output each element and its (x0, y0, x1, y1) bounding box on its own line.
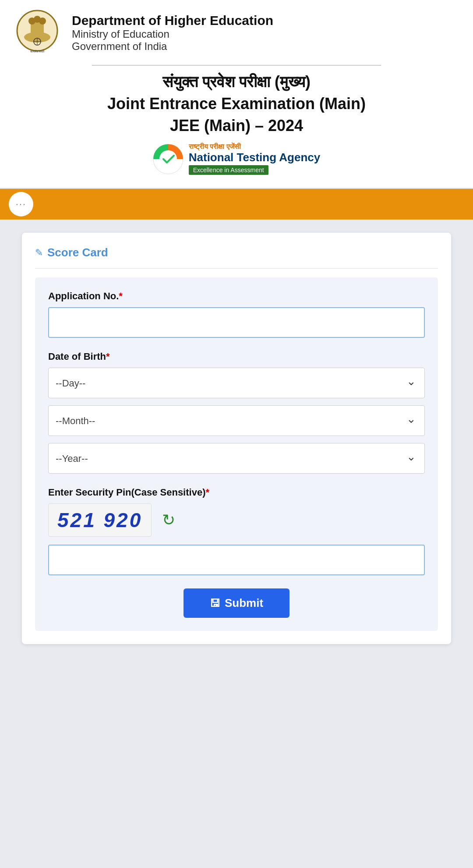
dob-group: Date of Birth* --Day-- --Month-- --Year-… (48, 351, 425, 474)
main-content: ✎ Score Card Application No.* Date of Bi… (0, 220, 473, 657)
nta-logo: राष्ट्रीय परीक्षा एजेंसी National Testin… (153, 143, 321, 175)
dob-label: Date of Birth* (48, 351, 425, 362)
month-select[interactable]: --Month-- (48, 405, 425, 436)
submit-area: 🖫 Submit (48, 588, 425, 618)
application-no-group: Application No.* (48, 291, 425, 338)
nta-tagline-text: Excellence in Assessment (189, 165, 268, 175)
submit-button[interactable]: 🖫 Submit (184, 588, 289, 618)
captcha-image: 521 920 (48, 503, 152, 537)
government-emblem: सत्यमेव जयते (13, 9, 61, 57)
required-star-pin: * (205, 487, 209, 498)
nta-text-block: राष्ट्रीय परीक्षा एजेंसी National Testin… (189, 143, 321, 175)
application-no-input[interactable] (48, 307, 425, 338)
svg-point-5 (34, 16, 41, 23)
score-card-icon: ✎ (35, 247, 43, 259)
refresh-captcha-icon[interactable]: ↻ (162, 511, 175, 529)
year-select[interactable]: --Year-- (48, 443, 425, 474)
score-card-container: ✎ Score Card Application No.* Date of Bi… (22, 233, 451, 644)
score-card-title: Score Card (47, 246, 108, 259)
form-section: Application No.* Date of Birth* --Day-- … (35, 277, 438, 631)
header-divider (92, 65, 381, 66)
security-pin-group: Enter Security Pin(Case Sensitive)* 521 … (48, 487, 425, 575)
ministry-name-text: Ministry of Education (72, 28, 273, 40)
application-no-label: Application No.* (48, 291, 425, 302)
page-header: सत्यमेव जयते Department of Higher Educat… (0, 0, 473, 189)
required-star-app: * (119, 291, 123, 301)
submit-icon: 🖫 (210, 597, 220, 609)
captcha-display: 521 920 ↻ (48, 503, 425, 537)
score-card-header: ✎ Score Card (35, 246, 438, 269)
country-name-text: Government of India (72, 40, 273, 53)
security-pin-input[interactable] (48, 545, 425, 575)
menu-dots-icon: ··· (16, 198, 26, 210)
menu-button[interactable]: ··· (9, 192, 33, 216)
nta-name-text: National Testing Agency (189, 151, 321, 164)
dept-name-text: Department of Higher Education (72, 13, 273, 28)
year-select-wrapper: --Year-- (48, 443, 425, 474)
header-top: सत्यमेव जयते Department of Higher Educat… (13, 9, 460, 57)
month-select-wrapper: --Month-- (48, 405, 425, 436)
day-select-wrapper: --Day-- (48, 368, 425, 398)
nav-bar: ··· (0, 189, 473, 220)
svg-point-11 (159, 150, 177, 168)
submit-label: Submit (225, 596, 263, 610)
title-hindi: संयुक्त प्रवेश परीक्षा (मुख्य) (162, 73, 311, 91)
security-pin-label: Enter Security Pin(Case Sensitive)* (48, 487, 425, 498)
title-year: JEE (Main) – 2024 (170, 117, 303, 135)
title-english: Joint Entrance Examination (Main) (107, 95, 366, 113)
day-select[interactable]: --Day-- (48, 368, 425, 398)
required-star-dob: * (106, 351, 110, 362)
svg-text:सत्यमेव जयते: सत्यमेव जयते (30, 50, 45, 53)
nta-logo-icon (153, 144, 184, 174)
captcha-text: 521 920 (57, 509, 142, 531)
nta-hindi-text: राष्ट्रीय परीक्षा एजेंसी (189, 143, 241, 151)
department-info: Department of Higher Education Ministry … (72, 13, 273, 53)
